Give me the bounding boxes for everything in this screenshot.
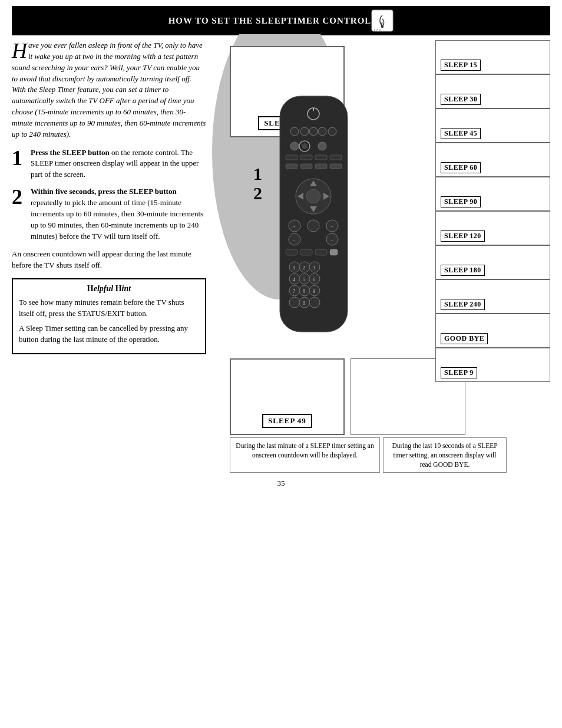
sleep-panel-30-label: SLEEP 30 bbox=[441, 94, 481, 105]
sleep-panel-15: SLEEP 15 bbox=[435, 40, 550, 74]
svg-text:((•)): ((•)) bbox=[374, 28, 382, 31]
step-1-text: Press the SLEEP button on the remote con… bbox=[31, 147, 206, 181]
svg-text:5: 5 bbox=[303, 277, 305, 282]
svg-rect-42 bbox=[330, 249, 338, 255]
sleep-panel-240-label: SLEEP 240 bbox=[441, 299, 485, 310]
step-2: 2 Within five seconds, press the SLEEP b… bbox=[12, 186, 206, 242]
sleep-panel-90: SLEEP 90 bbox=[435, 177, 550, 211]
step-2-number: 2 bbox=[12, 186, 26, 207]
svg-text:1: 1 bbox=[293, 265, 295, 271]
svg-text:6: 6 bbox=[313, 277, 315, 282]
remote-svg: + + − − bbox=[271, 93, 356, 341]
diagram-top: SLEEP OFF 1 2 bbox=[212, 40, 550, 353]
sleep-panel-15-label: SLEEP 15 bbox=[441, 60, 481, 71]
sleep-panel-180-label: SLEEP 180 bbox=[441, 265, 485, 276]
intro-text: Have you ever fallen asleep in front of … bbox=[12, 40, 206, 140]
hint-title-hint: H bbox=[115, 284, 122, 293]
step-1-number: 1 bbox=[12, 147, 26, 169]
svg-point-64 bbox=[309, 297, 320, 308]
drop-cap: H bbox=[12, 42, 27, 60]
step-overlay-2: 2 bbox=[253, 183, 262, 203]
intro-body: ave you ever fallen asleep in front of t… bbox=[12, 41, 206, 139]
hint-text-1: To see how many minutes remain before th… bbox=[19, 297, 199, 319]
step-overlay-1: 1 bbox=[253, 164, 262, 183]
svg-point-14 bbox=[302, 143, 308, 149]
svg-rect-21 bbox=[300, 164, 312, 169]
step-1-bold: Press the SLEEP button bbox=[31, 148, 110, 157]
svg-rect-16 bbox=[286, 155, 297, 160]
hint-title: Helpful Hint bbox=[19, 284, 199, 294]
sleep-panel-90-label: SLEEP 90 bbox=[441, 196, 481, 207]
svg-text:+: + bbox=[330, 224, 333, 229]
svg-text:4: 4 bbox=[293, 277, 295, 282]
left-column: Have you ever fallen asleep in front of … bbox=[12, 40, 212, 475]
svg-text:9: 9 bbox=[313, 289, 315, 294]
sleep-panel-60: SLEEP 60 bbox=[435, 143, 550, 177]
sleep-panel-120-label: SLEEP 120 bbox=[441, 230, 485, 242]
remote-control: + + − − bbox=[271, 93, 356, 343]
svg-point-15 bbox=[318, 142, 326, 150]
sleep-panel-60-label: SLEEP 60 bbox=[441, 162, 481, 173]
sleep-panels-right: SLEEP 15 SLEEP 30 SLEEP 45 SLEEP 60 SLEE… bbox=[435, 40, 550, 382]
svg-point-12 bbox=[290, 142, 299, 150]
page-number: 35 bbox=[0, 479, 562, 488]
svg-rect-39 bbox=[286, 249, 297, 255]
svg-text:0: 0 bbox=[303, 301, 305, 306]
page-header: How to set the Sleeptimer Control ((•)) bbox=[12, 6, 550, 35]
svg-point-1 bbox=[382, 26, 384, 28]
svg-rect-40 bbox=[300, 249, 312, 255]
main-content: Have you ever fallen asleep in front of … bbox=[12, 35, 550, 475]
hint-text-2: A Sleep Timer setting can be cancelled b… bbox=[19, 323, 199, 345]
tv-screen-bottom-label: SLEEP 49 bbox=[262, 414, 312, 428]
svg-point-25 bbox=[306, 189, 320, 203]
step-overlay: 1 2 bbox=[253, 164, 262, 203]
captions-row: During the last minute of a SLEEP timer … bbox=[212, 437, 550, 473]
sleep-panel-120: SLEEP 120 bbox=[435, 211, 550, 245]
sleep-panel-240: SLEEP 240 bbox=[435, 279, 550, 314]
step-2-text: Within five seconds, press the SLEEP but… bbox=[31, 186, 206, 242]
svg-text:−: − bbox=[293, 238, 296, 243]
svg-text:2: 2 bbox=[303, 265, 305, 271]
step-2-bold: Within five seconds, press the SLEEP but… bbox=[31, 187, 177, 196]
svg-rect-20 bbox=[286, 164, 297, 169]
hint-box: Helpful Hint To see how many minutes rem… bbox=[12, 278, 206, 354]
svg-rect-23 bbox=[330, 164, 342, 169]
sleep-panel-9: SLEEP 9 bbox=[435, 348, 550, 382]
svg-point-34 bbox=[308, 220, 319, 232]
wireless-icon: ((•)) bbox=[371, 9, 394, 32]
svg-point-61 bbox=[289, 297, 300, 308]
sleep-panel-goodbye-label: GOOD BYE bbox=[441, 333, 488, 344]
sleep-panel-goodbye: GOOD BYE bbox=[435, 314, 550, 348]
svg-rect-19 bbox=[330, 155, 342, 160]
svg-point-9 bbox=[309, 127, 318, 136]
sleep-panel-45: SLEEP 45 bbox=[435, 108, 550, 143]
countdown-note: An onscreen countdown will appear during… bbox=[12, 249, 206, 271]
step-2-rest: repeatedly to pick the amount of time (1… bbox=[31, 198, 203, 241]
sleep-panel-45-label: SLEEP 45 bbox=[441, 128, 481, 139]
sleep-panel-180: SLEEP 180 bbox=[435, 245, 550, 279]
svg-text:+: + bbox=[293, 224, 296, 229]
svg-rect-41 bbox=[315, 249, 327, 255]
steps-area: 1 Press the SLEEP button on the remote c… bbox=[12, 147, 206, 242]
tv-screen-bottom: SLEEP 49 bbox=[230, 358, 345, 435]
sleep-panel-9-label: SLEEP 9 bbox=[441, 367, 477, 378]
header-title: How to set the Sleeptimer Control bbox=[168, 16, 372, 26]
svg-rect-17 bbox=[300, 155, 312, 160]
svg-text:3: 3 bbox=[313, 265, 315, 271]
sleep-panel-30: SLEEP 30 bbox=[435, 74, 550, 108]
hint-title-small-caps: H bbox=[87, 284, 94, 293]
svg-point-11 bbox=[328, 127, 336, 136]
svg-rect-18 bbox=[315, 155, 327, 160]
svg-text:−: − bbox=[330, 238, 333, 243]
svg-rect-22 bbox=[315, 164, 327, 169]
caption-right: During the last 10 seconds of a SLEEP ti… bbox=[383, 437, 507, 473]
right-column: SLEEP OFF 1 2 bbox=[212, 40, 550, 475]
svg-point-7 bbox=[290, 127, 299, 136]
caption-left: During the last minute of a SLEEP timer … bbox=[230, 437, 380, 473]
svg-point-8 bbox=[300, 127, 309, 136]
step-1: 1 Press the SLEEP button on the remote c… bbox=[12, 147, 206, 181]
svg-point-10 bbox=[318, 127, 326, 136]
svg-text:7: 7 bbox=[293, 289, 295, 294]
svg-text:8: 8 bbox=[303, 289, 305, 294]
